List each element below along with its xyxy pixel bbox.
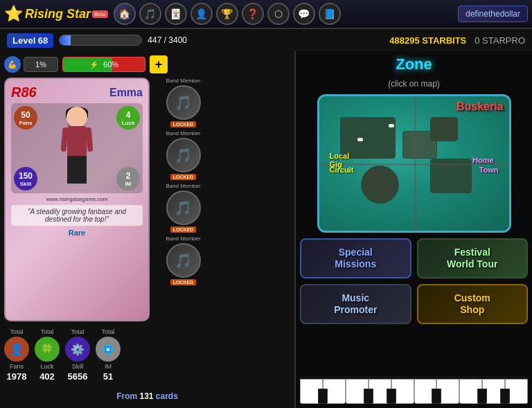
cards-button[interactable]: 🃏 (165, 3, 187, 25)
total-fans-label: Total (10, 328, 23, 335)
lightning-icon: ⚡ (89, 60, 99, 69)
piano-black-key (432, 389, 441, 404)
char-legs (67, 156, 87, 184)
music-promoter-label: MusicPromoter (334, 292, 377, 316)
band-member-icon-3[interactable]: 🎵 (166, 190, 201, 225)
piano-black-key (500, 389, 510, 404)
total-skill-icon: ⚙️ (65, 337, 90, 362)
discord-button[interactable]: 💬 (293, 3, 315, 25)
add-button[interactable]: + (150, 55, 168, 73)
main-content: 💪 1% ⚡ 60% + R86 Emma (0, 51, 532, 408)
music-button[interactable]: 🎵 (139, 3, 161, 25)
total-luck-label: Total (40, 328, 53, 335)
mission-grid: SpecialMissions FestivalWorld Tour Music… (300, 238, 528, 324)
character-card[interactable]: R86 Emma (4, 78, 150, 321)
card-header: R86 Emma (11, 85, 143, 100)
band-member-icon-2[interactable]: 🎵 (166, 138, 201, 172)
total-skill-label: Total (71, 328, 84, 335)
home-label: Home (472, 156, 494, 164)
xp-text: 447 / 3400 (148, 35, 187, 45)
total-luck-icon: 🍀 (35, 337, 60, 362)
energy-section: 💪 1% (4, 56, 58, 73)
total-im: Total 💠 IM 51 (96, 328, 121, 382)
special-missions-button[interactable]: SpecialMissions (300, 238, 411, 278)
im-badge: 2 IM (116, 167, 140, 190)
char-arm-right (85, 127, 93, 152)
luck-value: 4 (126, 110, 131, 120)
luck-label: Luck (122, 120, 135, 126)
left-panel: 💪 1% ⚡ 60% + R86 Emma (0, 51, 294, 408)
hive-button[interactable]: ⬡ (267, 3, 290, 25)
character-figure (56, 107, 98, 190)
right-panel: Zone (click on map) Buskeria Local Gig C… (294, 51, 532, 408)
total-im-value: 51 (103, 371, 113, 382)
total-fans-value: 1978 (7, 371, 27, 382)
total-luck-value: 402 (39, 371, 55, 382)
trophy-button[interactable]: 🏆 (216, 3, 238, 25)
card-band-area: R86 Emma (4, 78, 290, 321)
piano-black-key (318, 389, 328, 404)
total-skill: Total ⚙️ Skill 5656 (65, 328, 90, 382)
band-member-icon-4[interactable]: 🎵 (166, 243, 201, 278)
xp-bar-fill (60, 35, 70, 45)
custom-shop-label: CustomShop (454, 292, 490, 316)
card-image: 50 Fans 4 Luck 150 Skill 2 IM (11, 103, 143, 193)
home-button[interactable]: 🏠 (114, 3, 136, 25)
char-head (66, 107, 87, 127)
im-stat-label: IM (105, 363, 112, 370)
zone-subtitle: (click on map) (388, 79, 440, 89)
band-member-label-4: Band Member (166, 236, 200, 242)
luck-stat-label: Luck (40, 363, 53, 370)
band-member-icon-1[interactable]: 🎵 (166, 85, 201, 120)
total-skill-value: 5656 (68, 371, 88, 382)
festival-world-tour-button[interactable]: FestivalWorld Tour (417, 238, 529, 278)
luck-badge: 4 Luck (116, 106, 140, 130)
card-url: www.risingstargame.com (11, 196, 143, 202)
starpro-display: 0 STARPRO (475, 35, 525, 46)
card-name: Emma (109, 87, 143, 99)
band-member-1: Band Member 🎵 LOCKED (154, 78, 213, 127)
facebook-button[interactable]: 📘 (319, 3, 341, 25)
band-member-2: Band Member 🎵 LOCKED (154, 130, 213, 180)
starbits-display: 488295 STARBITS (389, 35, 466, 46)
fans-badge: 50 Fans (14, 106, 37, 130)
total-im-label: Total (101, 328, 114, 335)
health-value: ⚡ 60% (89, 60, 118, 69)
piano-decoration (300, 376, 528, 404)
cards-count: 131 (139, 391, 153, 401)
level-bar: Level 68 447 / 3400 488295 STARBITS 0 ST… (0, 29, 532, 51)
piano-black-key (387, 389, 396, 404)
locked-badge-4: LOCKED (170, 279, 197, 285)
total-fans-icon: 👤 (4, 337, 29, 362)
nav-icons-group: 🏠 🎵 🃏 👤 🏆 ❓ ⬡ 💬 📘 (114, 3, 459, 25)
app-name: Rising Star (25, 7, 91, 21)
piano-black-key (477, 389, 487, 404)
help-button[interactable]: ❓ (242, 3, 264, 25)
avatar-button[interactable]: 👤 (190, 3, 213, 25)
fans-value: 50 (21, 110, 30, 120)
totals-row: Total 👤 Fans 1978 Total 🍀 Luck 402 Total… (4, 326, 290, 384)
local-label: Local (330, 152, 350, 160)
level-badge: Level 68 (7, 33, 53, 48)
logo: ⭐ Rising Star Beta (4, 5, 108, 23)
zone-title: Zone (396, 55, 432, 73)
band-member-3: Band Member 🎵 LOCKED (154, 183, 213, 233)
band-member-label-3: Band Member (166, 183, 200, 189)
currency-area: 488295 STARBITS 0 STARPRO (389, 35, 525, 46)
username[interactable]: definethedollar (458, 6, 528, 22)
band-member-label-1: Band Member (166, 78, 200, 84)
from-cards-text: From 131 cards (4, 389, 290, 404)
band-members-panel: Band Member 🎵 LOCKED Band Member 🎵 LOCKE… (154, 78, 213, 321)
beta-badge: Beta (92, 10, 107, 18)
band-member-label-2: Band Member (166, 130, 200, 136)
locked-badge-1: LOCKED (170, 121, 197, 127)
stats-row: 💪 1% ⚡ 60% + (4, 55, 290, 73)
total-im-icon: 💠 (96, 337, 121, 362)
zone-map[interactable]: Buskeria Local Gig Circuit Home Town (317, 94, 511, 233)
music-promoter-button[interactable]: MusicPromoter (300, 284, 411, 324)
energy-bar: 1% (24, 57, 58, 72)
health-bar: ⚡ 60% (62, 57, 145, 72)
custom-shop-button[interactable]: CustomShop (417, 284, 529, 324)
band-member-4: Band Member 🎵 LOCKED (154, 236, 213, 285)
card-rarity: Rare (11, 229, 143, 237)
